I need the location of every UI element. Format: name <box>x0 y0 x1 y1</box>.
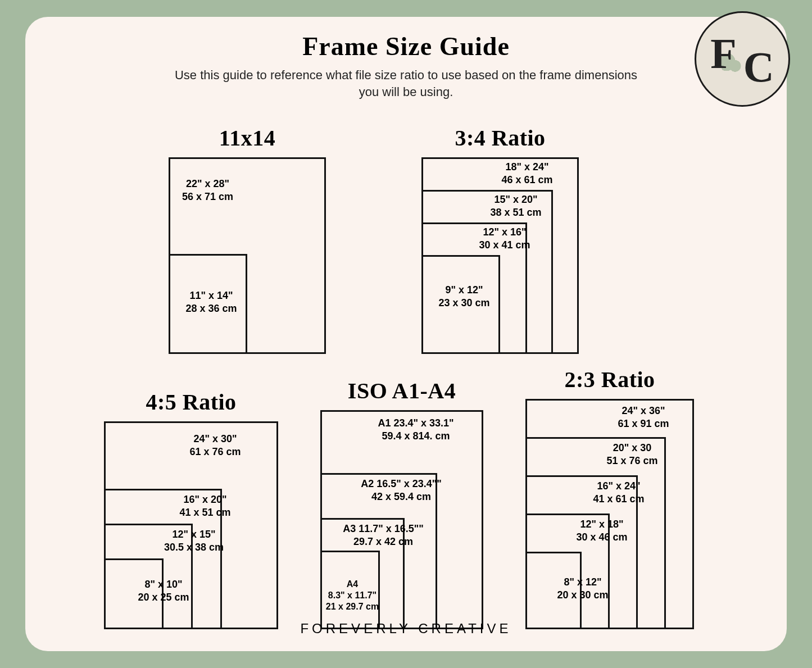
label-15x20: 15" x 20"38 x 51 cm <box>471 193 561 219</box>
label-22x28: 22" x 28"56 x 71 cm <box>182 178 233 203</box>
label-20x30: 20" x 3051 x 76 cm <box>587 442 677 467</box>
label-8x12: 8" x 12"20 x 30 cm <box>532 576 633 601</box>
logo-letter-f: F <box>710 32 736 75</box>
group-title-4-5: 4:5 Ratio <box>104 389 278 415</box>
group-3-4: 3:4 Ratio 18" x 24"46 x 61 cm 15" x 20"3… <box>421 157 579 354</box>
group-title-11x14: 11x14 <box>169 125 326 151</box>
label-a3: A3 11.7" x 16.5""29.7 x 42 cm <box>321 522 445 548</box>
label-11x14: 11" x 14"28 x 36 cm <box>183 289 239 315</box>
label-12x16: 12" x 16"30 x 41 cm <box>460 226 550 251</box>
label-a1: A1 23.4" x 33.1"59.4 x 814. cm <box>354 417 478 442</box>
label-16x24: 16" x 24"41 x 61 cm <box>574 480 664 505</box>
group-title-2-3: 2:3 Ratio <box>525 366 694 393</box>
brand-logo: F C <box>695 11 790 107</box>
label-9x12: 9" x 12"23 x 30 cm <box>430 284 498 309</box>
group-4-5: 4:5 Ratio 24" x 30"61 x 76 cm 16" x 20"4… <box>104 421 278 629</box>
group-iso: ISO A1-A4 A1 23.4" x 33.1"59.4 x 814. cm… <box>320 410 483 629</box>
group-title-iso: ISO A1-A4 <box>320 378 483 404</box>
group-title-3-4: 3:4 Ratio <box>421 125 579 151</box>
group-11x14: 11x14 22" x 28"56 x 71 cm 11" x 14"28 x … <box>169 157 326 354</box>
label-24x30: 24" x 30"61 x 76 cm <box>165 433 266 458</box>
label-a4: A4 8.3" x 11.7" 21 x 29.7 cm <box>316 579 389 612</box>
footer-brand: FOREVERLY CREATIVE <box>25 621 787 637</box>
group-2-3: 2:3 Ratio 24" x 36"61 x 91 cm 20" x 3051… <box>525 399 694 629</box>
label-12x15: 12" x 15"30.5 x 38 cm <box>138 528 250 553</box>
label-8x10: 8" x 10"20 x 25 cm <box>107 578 220 603</box>
logo-letter-c: C <box>743 46 774 88</box>
label-16x20: 16" x 20"41 x 51 cm <box>155 493 256 519</box>
label-24x36: 24" x 36"61 x 91 cm <box>598 405 688 430</box>
label-a2: A2 16.5" x 23.4""42 x 59.4 cm <box>339 478 463 503</box>
guide-card: Frame Size Guide Use this guide to refer… <box>25 17 787 651</box>
label-12x18: 12" x 18"30 x 46 cm <box>557 518 647 543</box>
label-18x24: 18" x 24"46 x 61 cm <box>482 161 572 186</box>
page-title: Frame Size Guide <box>25 17 787 61</box>
page-subtitle: Use this guide to reference what file si… <box>170 67 642 100</box>
